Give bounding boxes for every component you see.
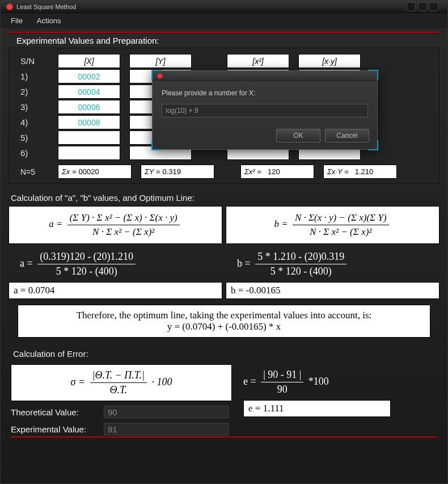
input-dialog: Please provide a number for X: OK Cancel bbox=[152, 70, 378, 150]
ok-button[interactable]: OK bbox=[276, 129, 320, 142]
x-input[interactable] bbox=[58, 146, 120, 160]
cancel-button[interactable]: Cancel bbox=[325, 129, 369, 142]
exp-label: Experimental Value: bbox=[11, 424, 102, 434]
header-x: [X] bbox=[58, 54, 120, 68]
section-calc-title: Calculation of "a", "b" values, and Opti… bbox=[9, 190, 439, 206]
error-formula: σ = |Θ.Τ. − Π.Τ.|Θ.Τ. · 100 bbox=[11, 364, 232, 401]
section-error-title: Calculation of Error: bbox=[11, 346, 437, 362]
titlebar-button[interactable] bbox=[418, 2, 427, 11]
row-sn: 5) bbox=[20, 133, 49, 142]
result-b: b = -0.00165 bbox=[226, 282, 439, 299]
row-sn: 1) bbox=[20, 71, 49, 81]
formula-a: a = (Σ Y) · Σ x² − (Σ x) · Σ(x · y)N · Σ… bbox=[9, 206, 222, 244]
x-input[interactable]: 00008 bbox=[58, 115, 120, 129]
calc-a: a = (0.319)120 - (20)1.2105 * 120 - (400… bbox=[9, 247, 222, 281]
dialog-titlebar[interactable] bbox=[153, 71, 377, 81]
row-sn: 6) bbox=[20, 148, 49, 158]
result-a: a = 0.0704 bbox=[9, 282, 222, 299]
sum-xy: Σx·Y = 1.210 bbox=[323, 165, 397, 179]
x-input[interactable]: 00006 bbox=[58, 100, 120, 114]
formula-b: b = N · Σ(x · y) − (Σ x)(Σ Y)N · Σ x² − … bbox=[226, 206, 439, 244]
sum-x2: Σx² = 120 bbox=[240, 165, 314, 179]
menu-actions[interactable]: Actions bbox=[37, 16, 61, 25]
app-icon bbox=[6, 3, 13, 10]
error-calc: e = | 90 - 91 |90 *100 bbox=[243, 364, 391, 395]
dialog-input[interactable] bbox=[162, 104, 368, 117]
menu-file[interactable]: File bbox=[11, 16, 23, 25]
optimum-line: Therefore, the optimum line, taking the … bbox=[18, 305, 430, 338]
row-sn: 2) bbox=[20, 87, 49, 96]
row-sn: 4) bbox=[20, 117, 49, 127]
row-sn: 3) bbox=[20, 102, 49, 112]
n-label: N=5 bbox=[20, 167, 49, 176]
titlebar-button[interactable] bbox=[407, 2, 416, 11]
x-input[interactable]: 00004 bbox=[58, 85, 120, 99]
calc-b: b = 5 * 1.210 - (20)0.3195 * 120 - (400) bbox=[226, 247, 439, 281]
titlebar: Least Square Method bbox=[1, 1, 447, 13]
header-xy: [x·y] bbox=[298, 54, 361, 68]
theoretical-input[interactable] bbox=[104, 406, 229, 418]
experimental-input[interactable] bbox=[104, 423, 229, 435]
window-title: Least Square Method bbox=[16, 3, 76, 10]
sum-x: Σx =00020 bbox=[58, 165, 132, 179]
header-x2: [x²] bbox=[227, 54, 289, 68]
header-y: [Y] bbox=[129, 54, 192, 68]
x-input[interactable] bbox=[58, 131, 120, 145]
sum-y: ΣY =0.319 bbox=[141, 165, 214, 179]
x-input[interactable]: 00002 bbox=[58, 69, 120, 83]
dialog-prompt: Please provide a number for X: bbox=[162, 89, 368, 97]
section-experimental-title: Experimental Values and Preparation: bbox=[9, 33, 439, 48]
main-window: Least Square Method File Actions Experim… bbox=[0, 0, 448, 484]
error-result: e = 1.111 bbox=[243, 400, 391, 417]
theo-label: Theoretical Value: bbox=[11, 407, 102, 417]
menubar: File Actions bbox=[1, 13, 447, 28]
titlebar-button[interactable] bbox=[429, 2, 438, 11]
header-sn: S/N bbox=[20, 56, 49, 66]
